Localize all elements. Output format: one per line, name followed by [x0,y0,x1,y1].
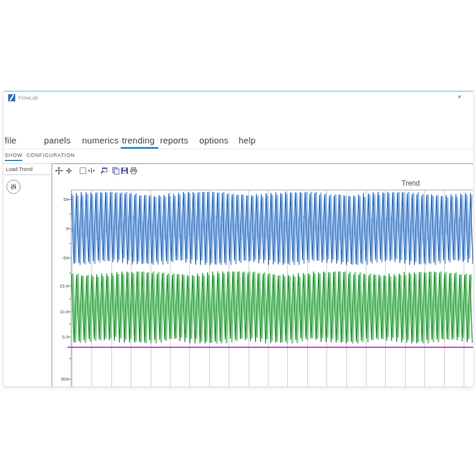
chart-toolbar [52,165,138,176]
tick-label: 0 [53,226,69,231]
menu-item-reports[interactable]: reports [160,135,188,145]
tick-label: 15.0 [53,283,69,289]
top-waveform-trace [72,191,473,266]
app-title: FlowLab [18,95,38,101]
tracker-star-icon[interactable] [65,167,73,175]
tab-show[interactable]: SHOW [5,152,22,158]
pan-icon[interactable] [55,167,63,175]
app-window: FlowLab × file panels numerics trending … [4,91,473,387]
tick-minor [69,299,71,299]
print-icon[interactable] [130,167,138,175]
tick-minor [69,214,71,214]
checkbox[interactable] [80,167,86,174]
active-tab-underline [5,160,22,161]
tick-minor [69,358,71,359]
tick-minor [69,324,71,324]
tick-label: -50 [53,255,69,261]
tick-label: 500 [53,377,69,382]
menu-item-options[interactable]: options [199,135,229,145]
tick-label: 10.0 [53,309,69,314]
trend-panel: Trend 500-5015.010.05.0500 [52,163,473,387]
menu-divider [4,149,473,149]
tick-label: 5.0 [53,334,69,340]
menu-item-trending[interactable]: trending [122,135,155,145]
tick-label: 50 [53,197,69,202]
export-window-icon[interactable] [100,167,108,175]
flowlab-logo-icon [8,94,15,101]
save-icon[interactable] [121,167,128,175]
load-trend-button[interactable] [6,180,21,194]
tick-minor [69,273,71,273]
menu-item-numerics[interactable]: numerics [82,135,118,145]
tick-minor [69,243,71,244]
tab-configuration[interactable]: CONFIGURATION [26,152,75,158]
sidebar-divider [5,175,50,175]
sliders-icon [10,183,17,190]
fit-horizontal-icon[interactable] [87,167,96,175]
trace-purple-flat [67,347,473,348]
menu-item-panels[interactable]: panels [44,135,70,145]
chart-title: Trend [402,179,420,187]
middle-waveform-trace [72,271,473,344]
sidebar: Load Trend [4,164,52,387]
screenshot-canvas: { "window": { "app_name": "FlowLab", "cl… [0,0,476,472]
copy-icon[interactable] [112,167,120,175]
menu-item-help[interactable]: help [239,135,256,145]
close-icon[interactable]: × [458,94,461,100]
menu-item-file[interactable]: file [5,135,16,145]
load-trend-label: Load Trend [6,166,33,172]
